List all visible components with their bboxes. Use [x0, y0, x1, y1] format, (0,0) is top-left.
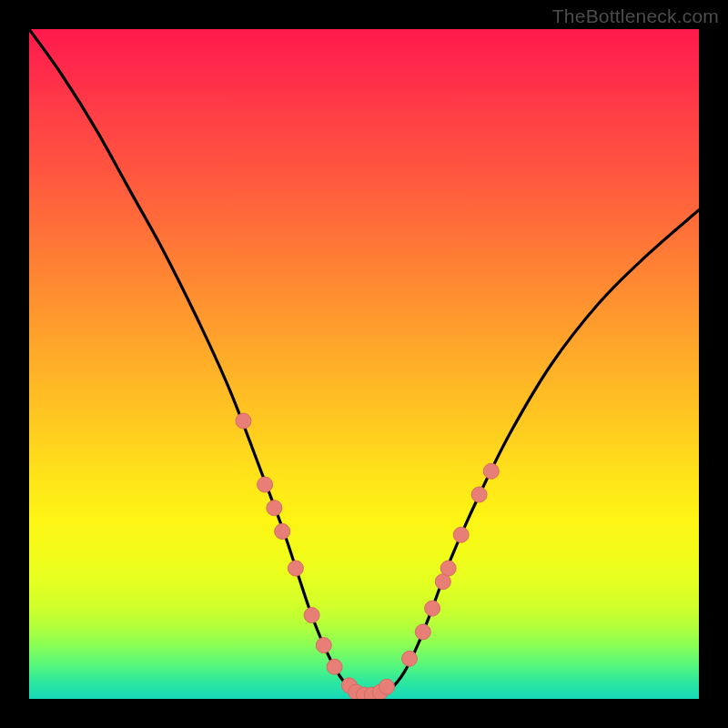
- data-dot: [275, 524, 290, 540]
- curve-layer: [29, 29, 699, 699]
- data-dot: [471, 487, 487, 502]
- data-dot: [425, 601, 440, 616]
- data-dot: [267, 500, 282, 516]
- data-dot: [327, 659, 342, 674]
- data-dot: [453, 527, 469, 542]
- data-dot: [379, 679, 395, 694]
- watermark-text: TheBottleneck.com: [552, 5, 719, 27]
- data-dot: [236, 413, 251, 429]
- bottleneck-curve: [29, 29, 699, 696]
- data-dot: [483, 463, 499, 479]
- data-dot: [304, 608, 319, 623]
- data-dot: [402, 651, 418, 666]
- data-dot: [415, 624, 430, 640]
- plot-area: [29, 29, 699, 699]
- data-dot: [258, 477, 273, 492]
- data-dot: [316, 638, 331, 653]
- data-dot: [288, 561, 303, 576]
- data-dots: [236, 413, 499, 699]
- chart-frame: TheBottleneck.com: [0, 0, 728, 728]
- data-dot: [440, 561, 456, 576]
